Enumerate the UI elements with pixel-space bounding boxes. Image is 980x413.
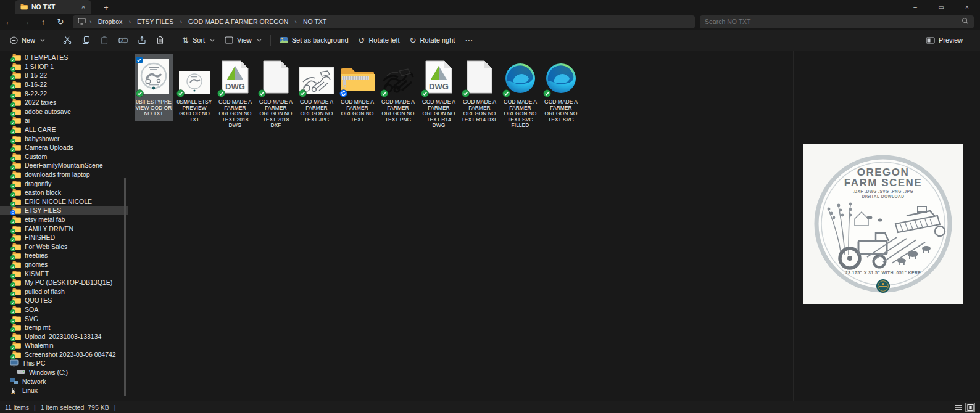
file-area[interactable]: 0BIFESTYPREVIEW GOD OR NO TXT0SMALL ETSY…	[128, 51, 793, 401]
folder-icon	[12, 162, 21, 169]
large-icons-view-button[interactable]	[965, 403, 975, 412]
breadcrumb-segment[interactable]: NO TXT	[301, 17, 329, 26]
sidebar-item[interactable]: FINISHED	[0, 233, 128, 242]
breadcrumb-segment[interactable]: GOD MADE A FARMER OREGON	[186, 17, 291, 26]
sidebar-item[interactable]: Camera Uploads	[0, 143, 128, 152]
sidebar-item[interactable]: ERIC NICOLE NICOLE	[0, 197, 128, 206]
folder-icon	[12, 206, 21, 214]
breadcrumb-segment[interactable]: Dropbox	[96, 17, 125, 26]
sidebar-item[interactable]: tremp mt	[0, 323, 128, 332]
file-thumbnail: DWG	[420, 56, 457, 94]
maximize-button[interactable]: ▭	[928, 0, 954, 14]
rotate-left-button[interactable]: ↺ Rotate left	[354, 33, 405, 47]
sidebar-item[interactable]: My PC (DESKTOP-DB13Q1E)	[0, 278, 128, 287]
share-button[interactable]	[133, 33, 151, 47]
file-tile[interactable]: GOD MADE A FARMER OREGON NO TEXT 2018 DX…	[257, 54, 295, 133]
copy-button[interactable]	[77, 33, 95, 47]
folder-icon	[12, 351, 21, 358]
sidebar-scrollbar[interactable]	[124, 178, 126, 396]
forward-icon[interactable]: →	[17, 17, 35, 27]
sidebar-item[interactable]: Upload_20231003-133134	[0, 332, 128, 341]
rotate-right-button[interactable]: ↻ Rotate right	[405, 33, 460, 47]
search-box[interactable]	[700, 15, 974, 28]
file-tile[interactable]: GOD MADE A FARMER OREGON NO TEXT PNG	[379, 54, 417, 126]
search-input[interactable]	[705, 18, 961, 25]
sidebar-item[interactable]: 2022 taxes	[0, 98, 128, 107]
sidebar-item-label: Linux	[22, 386, 38, 394]
sidebar-item[interactable]: 8-15-22	[0, 71, 128, 80]
sidebar-item[interactable]: QUOTES	[0, 296, 128, 305]
sidebar-item[interactable]: Linux	[0, 386, 128, 395]
rename-button[interactable]: A	[114, 33, 133, 47]
linux-icon	[10, 386, 19, 394]
sidebar-item[interactable]: 8-22-22	[0, 89, 128, 98]
folder-icon	[12, 243, 21, 250]
up-icon[interactable]: ↑	[35, 17, 52, 27]
new-tab-button[interactable]: +	[100, 3, 112, 14]
back-icon[interactable]: ←	[0, 17, 17, 27]
thumbnail-view-icon	[967, 404, 974, 411]
delete-button[interactable]	[151, 33, 169, 47]
sidebar-item[interactable]: Network	[0, 377, 128, 386]
sort-button[interactable]: ⇅ Sort	[177, 33, 220, 47]
details-view-button[interactable]	[953, 403, 963, 412]
sidebar-item[interactable]: DeerFamilyMountainScene	[0, 161, 128, 170]
sidebar-item[interactable]: 8-16-22	[0, 80, 128, 89]
file-tile[interactable]: GOD MADE A FARMER OREGON NO TEXT	[338, 54, 376, 126]
file-tile[interactable]: GOD MADE A FARMER OREGON NO TEXT R14 DXF	[460, 54, 499, 126]
sidebar-item[interactable]: Whalemin	[0, 341, 128, 350]
sidebar-item[interactable]: babyshower	[0, 134, 128, 143]
file-tile[interactable]: DWGGOD MADE A FARMER OREGON NO TEXT R14 …	[420, 54, 458, 133]
sidebar-item[interactable]: downloads from laptop	[0, 170, 128, 179]
sidebar-item[interactable]: FAMILY DRIVEN	[0, 224, 128, 233]
cut-button[interactable]	[58, 33, 77, 47]
search-icon[interactable]	[961, 16, 969, 27]
file-tile[interactable]: 0SMALL ETSY PREVIEW GOD OR NO TXT	[175, 54, 214, 126]
tab-no-txt[interactable]: NO TXT ×	[15, 0, 91, 14]
more-options-button[interactable]: ⋯	[460, 33, 478, 47]
file-name: GOD MADE A FARMER OREGON NO TEXT	[339, 99, 376, 123]
sidebar-item[interactable]: This PC	[0, 359, 128, 368]
sidebar-item[interactable]: ai	[0, 116, 128, 125]
sidebar-item[interactable]: 0 TEMPLATES	[0, 53, 128, 62]
file-tile[interactable]: GOD MADE A FARMER OREGON NO TEXT JPG	[297, 54, 336, 126]
check-badge	[10, 184, 15, 189]
refresh-icon[interactable]: ↻	[52, 17, 69, 27]
sidebar-item[interactable]: adobe autosave	[0, 107, 128, 117]
sidebar-item[interactable]: Screenshot 2023-03-06 084742	[0, 350, 128, 359]
sidebar-item[interactable]: Windows (C:)	[0, 368, 128, 377]
breadcrumb[interactable]: ›Dropbox›ETSY FILES›GOD MADE A FARMER OR…	[73, 15, 695, 28]
sidebar-item[interactable]: SOA	[0, 305, 128, 314]
view-button[interactable]: View	[220, 33, 267, 47]
sidebar-item[interactable]: ETSY FILES	[0, 206, 128, 215]
sidebar-item[interactable]: etsy metal fab	[0, 215, 128, 224]
sidebar-item[interactable]: pulled of flash	[0, 287, 128, 296]
file-tile[interactable]: 0BIFESTYPREVIEW GOD OR NO TXT	[135, 54, 173, 121]
minimize-button[interactable]: –	[902, 0, 928, 14]
preview-toggle-button[interactable]: Preview	[921, 33, 968, 47]
tab-close-icon[interactable]: ×	[79, 3, 88, 10]
rotate-left-label: Rotate left	[368, 36, 399, 44]
selected-checkbox[interactable]	[136, 55, 143, 66]
sidebar-item[interactable]: dragonfly	[0, 179, 128, 188]
sidebar-item[interactable]: ALL CARE	[0, 125, 128, 134]
file-tile[interactable]: GOD MADE A FARMER OREGON NO TEXT SVG FIL…	[501, 54, 539, 133]
sidebar-item-label: 8-15-22	[25, 72, 47, 79]
new-button[interactable]: New	[5, 33, 50, 47]
sidebar-item[interactable]: 1 SHOP 1	[0, 62, 128, 72]
sidebar-item[interactable]: easton block	[0, 188, 128, 197]
sidebar-item[interactable]: For Web Sales	[0, 242, 128, 251]
sidebar-item[interactable]: Custom	[0, 152, 128, 162]
folder-icon	[12, 135, 21, 142]
breadcrumb-segment[interactable]: ETSY FILES	[135, 17, 176, 26]
set-as-background-button[interactable]: Set as background	[275, 33, 354, 47]
file-tile[interactable]: GOD MADE A FARMER OREGON NO TEXT SVG	[542, 54, 580, 126]
sidebar-item[interactable]: freebies	[0, 251, 128, 260]
sidebar-item[interactable]: gnomes	[0, 260, 128, 269]
file-tile[interactable]: DWGGOD MADE A FARMER OREGON NO TEXT 2018…	[216, 54, 254, 133]
paste-button[interactable]	[95, 33, 114, 47]
sidebar-item[interactable]: SVG	[0, 314, 128, 323]
close-button[interactable]: ×	[954, 0, 980, 14]
folder-icon	[12, 63, 21, 70]
sidebar-item[interactable]: KISMET	[0, 269, 128, 278]
